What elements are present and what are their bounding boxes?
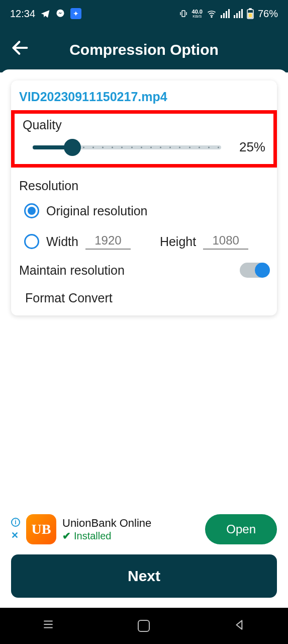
resolution-label: Resolution: [19, 179, 269, 193]
ad-close-icon[interactable]: ✕: [11, 530, 20, 541]
height-input[interactable]: [203, 233, 248, 250]
quality-slider-thumb[interactable]: [64, 139, 81, 156]
radio-custom[interactable]: [24, 234, 39, 249]
quality-value: 25%: [230, 139, 265, 155]
quality-slider[interactable]: [33, 145, 221, 149]
svg-rect-7: [248, 13, 252, 18]
maintain-resolution-toggle[interactable]: [240, 263, 269, 278]
signal-icon-1: [221, 9, 230, 18]
status-speed: 40.0 KB/S: [192, 9, 203, 19]
ad-subtitle: ✔ Installed: [62, 530, 199, 542]
ad-open-button[interactable]: Open: [205, 514, 277, 544]
status-time: 12:34: [10, 8, 35, 20]
status-bar: 12:34 ✦ 40.0 KB/S 76%: [0, 0, 288, 27]
telegram-icon: [40, 9, 50, 19]
format-convert-option[interactable]: Format Convert: [25, 291, 269, 305]
battery-icon: [247, 8, 254, 19]
original-resolution-option[interactable]: Original resolution: [24, 203, 269, 218]
next-button[interactable]: Next: [11, 554, 277, 598]
back-button[interactable]: [10, 38, 30, 62]
svg-rect-1: [182, 11, 185, 17]
original-resolution-label: Original resolution: [46, 204, 148, 218]
check-icon: ✔: [62, 530, 71, 542]
page-title: Compression Option: [0, 41, 288, 58]
svg-point-4: [211, 17, 212, 18]
filename-label: VID20230911150217.mp4: [19, 90, 269, 104]
compression-card: VID20230911150217.mp4 Quality 25% Resolu…: [11, 80, 277, 315]
height-label: Height: [160, 234, 196, 249]
width-input[interactable]: [85, 233, 131, 250]
wifi-icon: [207, 9, 217, 19]
custom-resolution-option[interactable]: Width Height: [24, 233, 269, 250]
quality-label: Quality: [23, 118, 265, 132]
width-label: Width: [46, 234, 78, 249]
signal-icon-2: [234, 9, 243, 18]
nav-home-icon[interactable]: [138, 620, 150, 632]
app-header: Compression Option: [0, 27, 288, 72]
content-area: VID20230911150217.mp4 Quality 25% Resolu…: [0, 69, 288, 608]
ad-banner: i ✕ UB UnionBank Online ✔ Installed Open: [11, 514, 277, 544]
messenger-icon: [55, 9, 65, 19]
vibrate-icon: [179, 9, 188, 18]
nav-recent-icon[interactable]: [42, 618, 55, 634]
quality-highlight-box: Quality 25%: [11, 110, 277, 168]
app-icon: ✦: [70, 8, 81, 19]
system-navbar: [0, 608, 288, 644]
nav-back-icon[interactable]: [233, 618, 246, 633]
svg-rect-6: [249, 9, 251, 10]
radio-original-checked[interactable]: [24, 203, 39, 218]
ad-info-icon[interactable]: i: [11, 518, 20, 527]
svg-marker-12: [237, 620, 242, 629]
ad-title: UnionBank Online: [62, 517, 199, 530]
maintain-resolution-label: Maintain resolution: [19, 263, 125, 278]
ad-app-icon[interactable]: UB: [26, 514, 56, 544]
battery-percent: 76%: [258, 8, 278, 20]
